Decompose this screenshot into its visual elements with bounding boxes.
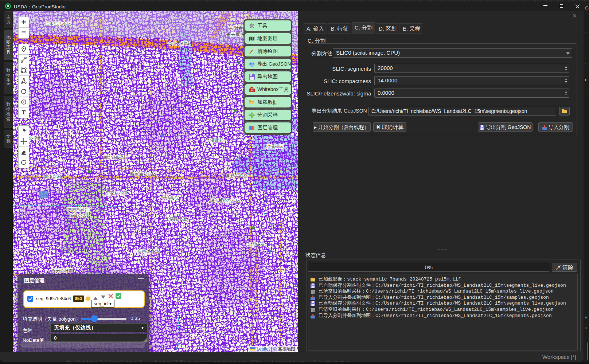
svg-text:浐灞公园: 浐灞公园 [266,144,284,149]
svg-text:丰庆路体育场: 丰庆路体育场 [133,249,159,254]
svg-text:哈家庙站小区: 哈家庙站小区 [130,171,156,176]
svg-text:华清北郡: 华清北郡 [206,138,223,143]
svg-text:体育公园: 体育公园 [69,213,87,218]
svg-text:高新大立交: 高新大立交 [226,173,248,179]
svg-text:上水生活小区: 上水生活小区 [45,21,71,26]
svg-text:创想城 发: 创想城 发 [246,242,265,247]
svg-text:南康新村: 南康新村 [44,174,61,179]
svg-text:李家村小区: 李家村小区 [106,191,128,196]
svg-text:面北国际城: 面北国际城 [104,155,126,160]
svg-text:华清学院: 华清学院 [161,195,179,200]
svg-text:华清东桥郡小区: 华清东桥郡小区 [210,198,240,203]
svg-text:阿房宫遗址: 阿房宫遗址 [67,207,89,212]
svg-text:西安英雄郡: 西安英雄郡 [51,268,73,273]
svg-text:今代大都城: 今代大都城 [168,41,190,46]
svg-text:华清路小区: 华清路小区 [165,216,187,222]
